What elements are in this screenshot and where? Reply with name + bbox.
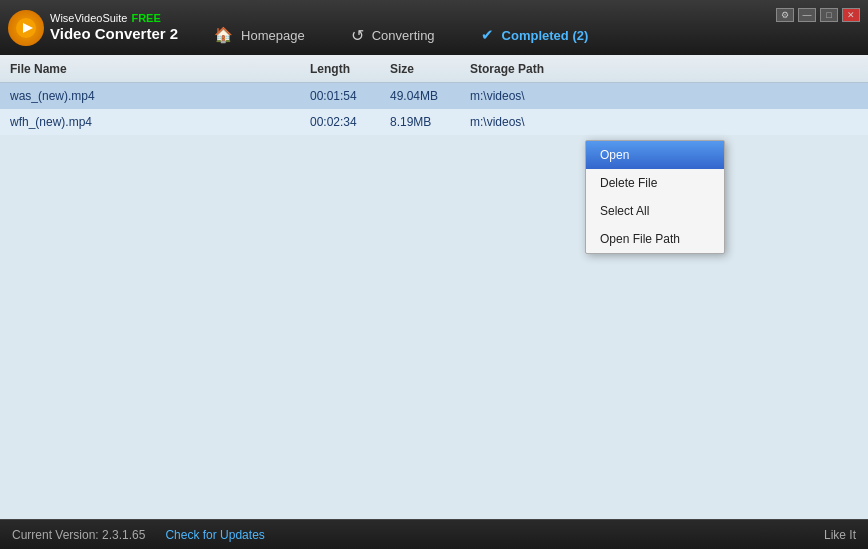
row-size: 49.04MB: [390, 89, 470, 103]
context-menu: Open Delete File Select All Open File Pa…: [585, 140, 725, 254]
like-it-label[interactable]: Like It: [824, 528, 856, 542]
logo-area: WiseVideoSuite FREE Video Converter 2: [8, 10, 178, 46]
maximize-btn[interactable]: □: [820, 8, 838, 22]
table-row[interactable]: wfh_(new).mp4 00:02:34 8.19MB m:\videos\: [0, 109, 868, 135]
window-controls: ⚙ — □ ✕: [776, 8, 860, 22]
table-header: File Name Length Size Storage Path: [0, 55, 868, 83]
close-btn[interactable]: ✕: [842, 8, 860, 22]
table-row[interactable]: was_(new).mp4 00:01:54 49.04MB m:\videos…: [0, 83, 868, 109]
converting-tab-label: Converting: [372, 28, 435, 43]
logo-subtitle: Video Converter 2: [50, 25, 178, 43]
logo-text: WiseVideoSuite FREE Video Converter 2: [50, 12, 178, 43]
context-menu-open-file-path[interactable]: Open File Path: [586, 225, 724, 253]
context-menu-delete-file[interactable]: Delete File: [586, 169, 724, 197]
converting-tab-icon: ↺: [351, 26, 364, 45]
col-header-path: Storage Path: [470, 62, 868, 76]
col-header-size: Size: [390, 62, 470, 76]
tab-homepage[interactable]: 🏠 Homepage: [194, 15, 325, 55]
tab-completed[interactable]: ✔ Completed (2): [461, 15, 609, 55]
homepage-tab-label: Homepage: [241, 28, 305, 43]
row-filename: wfh_(new).mp4: [0, 115, 310, 129]
app-logo-icon: [8, 10, 44, 46]
title-bar: WiseVideoSuite FREE Video Converter 2 🏠 …: [0, 0, 868, 55]
content-area: File Name Length Size Storage Path was_(…: [0, 55, 868, 519]
row-path: m:\videos\: [470, 115, 868, 129]
row-length: 00:01:54: [310, 89, 390, 103]
homepage-tab-icon: 🏠: [214, 26, 233, 44]
completed-tab-label: Completed (2): [502, 28, 589, 43]
check-updates-link[interactable]: Check for Updates: [165, 528, 264, 542]
row-path: m:\videos\: [470, 89, 868, 103]
logo-title: WiseVideoSuite: [50, 12, 127, 25]
row-length: 00:02:34: [310, 115, 390, 129]
status-version: Current Version: 2.3.1.65: [12, 528, 145, 542]
context-menu-select-all[interactable]: Select All: [586, 197, 724, 225]
completed-tab-icon: ✔: [481, 26, 494, 44]
logo-free: FREE: [131, 12, 160, 25]
status-bar: Current Version: 2.3.1.65 Check for Upda…: [0, 519, 868, 549]
row-size: 8.19MB: [390, 115, 470, 129]
minimize-btn[interactable]: —: [798, 8, 816, 22]
col-header-length: Length: [310, 62, 390, 76]
settings-btn[interactable]: ⚙: [776, 8, 794, 22]
context-menu-open[interactable]: Open: [586, 141, 724, 169]
row-filename: was_(new).mp4: [0, 89, 310, 103]
tab-converting[interactable]: ↺ Converting: [331, 15, 455, 55]
col-header-filename: File Name: [0, 62, 310, 76]
